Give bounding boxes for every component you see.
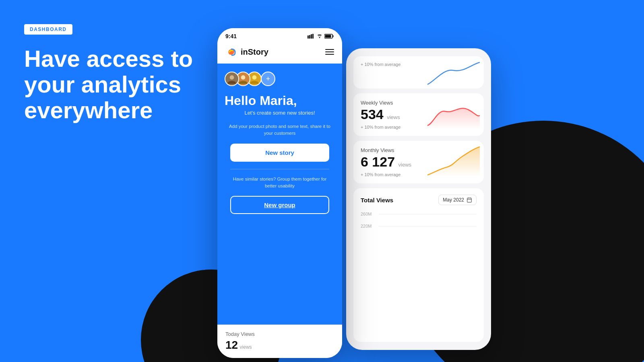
today-card: Today Views 12 views — [217, 325, 342, 358]
total-views-header: Total Views May 2022 — [361, 195, 477, 205]
avatars-row: + — [225, 72, 275, 86]
svg-point-15 — [241, 75, 246, 80]
group-desc-text: Have similar stories? Group them togethe… — [225, 176, 335, 190]
weekly-unit: views — [387, 114, 400, 120]
dashboard-badge: DASHBOARD — [24, 24, 72, 35]
app-blue-content: + Hello Maria, Let's create some new sto… — [217, 64, 342, 325]
total-chart-lines: 260M 220M — [361, 212, 477, 228]
monthly-number: 6 127 — [361, 154, 395, 169]
new-story-button[interactable]: New story — [230, 144, 330, 162]
monthly-unit: views — [398, 162, 412, 168]
left-panel: DASHBOARD Have access to your analytics … — [24, 24, 209, 123]
svg-rect-7 — [312, 34, 314, 39]
hello-text: Hello Maria, — [225, 93, 297, 108]
avatar-add[interactable]: + — [261, 72, 275, 86]
top-stats-card: + 10% from average — [353, 56, 484, 88]
svg-point-8 — [319, 37, 320, 38]
subtitle-text: Let's create some new stories! — [244, 110, 315, 116]
svg-rect-6 — [311, 34, 312, 39]
date-picker[interactable]: May 2022 — [438, 195, 477, 205]
hamburger-menu[interactable] — [325, 49, 334, 55]
monthly-views-card: Monthly Views 6 127 views + 10% from ave… — [353, 141, 484, 183]
svg-rect-5 — [309, 35, 310, 39]
chart-260-label: 260M — [361, 212, 375, 216]
app-header: inStory — [217, 43, 342, 64]
status-icons — [308, 34, 334, 39]
today-unit: views — [240, 344, 252, 350]
divider — [230, 169, 330, 169]
phones-container: + 10% from average Weekly Views 534 view… — [197, 12, 499, 350]
svg-rect-4 — [308, 35, 309, 39]
chart-row-220: 220M — [361, 224, 477, 228]
weekly-views-card: Weekly Views 534 views + 10% from averag… — [353, 93, 484, 136]
red-chart — [427, 97, 480, 130]
today-label: Today Views — [225, 331, 334, 337]
chart-line-260 — [379, 214, 477, 214]
chart-row-260: 260M — [361, 212, 477, 216]
date-label: May 2022 — [443, 197, 464, 203]
today-number: 12 — [225, 339, 238, 351]
svg-point-13 — [230, 75, 234, 80]
svg-point-17 — [252, 75, 257, 80]
svg-rect-10 — [333, 35, 334, 37]
phone-front-inner: 9:41 — [217, 28, 342, 358]
desc-text: Add your product photo and some text, sh… — [225, 123, 335, 137]
chart-220-label: 220M — [361, 224, 375, 228]
analytics-content: + 10% from average Weekly Views 534 view… — [346, 48, 491, 350]
avatar-1 — [225, 72, 239, 86]
status-bar: 9:41 — [217, 28, 342, 43]
total-views-title: Total Views — [361, 197, 393, 204]
weekly-number: 534 — [361, 107, 384, 122]
total-views-section: Total Views May 2022 260M — [353, 188, 484, 342]
status-time: 9:41 — [225, 33, 237, 39]
new-group-button[interactable]: New group — [230, 196, 330, 214]
hero-title: Have access to your analytics everywhere — [24, 46, 209, 123]
phone-back: + 10% from average Weekly Views 534 view… — [346, 48, 491, 350]
svg-rect-11 — [325, 35, 331, 38]
svg-rect-0 — [467, 198, 472, 202]
phone-front: 9:41 — [217, 28, 342, 358]
app-name-label: inStory — [241, 47, 268, 57]
app-logo: inStory — [225, 46, 268, 58]
yellow-chart — [427, 145, 480, 177]
blue-chart — [427, 60, 480, 88]
chart-line-220 — [379, 226, 477, 226]
